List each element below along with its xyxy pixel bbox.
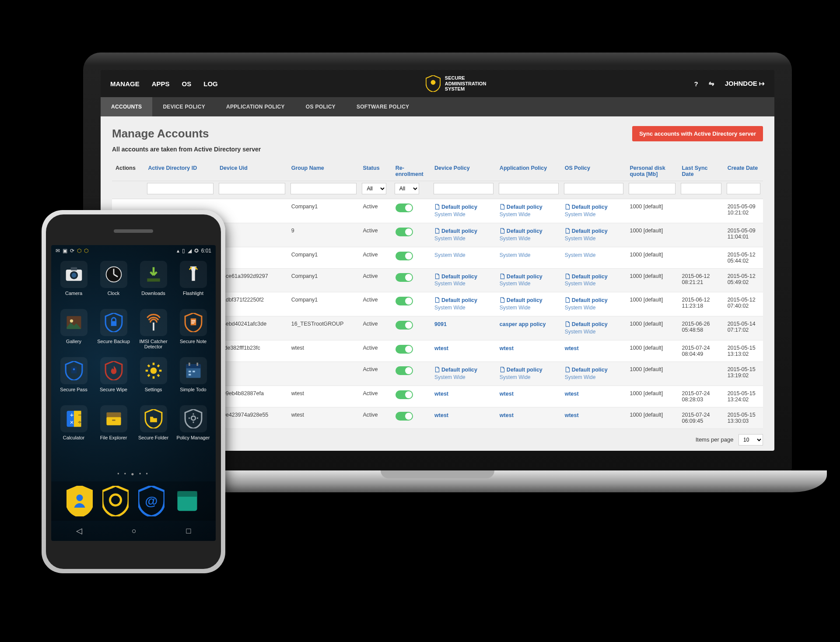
toggle-switch[interactable]: [396, 228, 413, 236]
dock-icon-1[interactable]: [66, 488, 93, 514]
col-reenroll[interactable]: Re-enrollment: [392, 161, 431, 181]
cell-reenroll[interactable]: [392, 361, 431, 386]
share-icon[interactable]: ⇋: [709, 80, 714, 88]
toggle-switch[interactable]: [396, 390, 413, 399]
col-devpolicy[interactable]: Device Policy: [431, 161, 496, 181]
cell-ospolicy[interactable]: Default policySystem Wide: [561, 316, 626, 340]
app-calc[interactable]: +−×÷Calculator: [55, 405, 93, 451]
cell-apppolicy[interactable]: wtest: [496, 340, 561, 361]
col-device[interactable]: Device Uid: [216, 161, 288, 181]
tab-app-policy[interactable]: APPLICATION POLICY: [216, 97, 295, 116]
app-gallery[interactable]: Gallery: [55, 309, 93, 354]
filter-adid[interactable]: [147, 183, 214, 194]
cell-apppolicy[interactable]: Default policySystem Wide: [496, 292, 561, 316]
cell-devpolicy[interactable]: Default policySystem Wide: [431, 361, 496, 386]
cell-reenroll[interactable]: [392, 316, 431, 340]
app-camera[interactable]: Camera: [55, 261, 93, 306]
cell-devpolicy[interactable]: wtest: [431, 340, 496, 361]
app-antenna[interactable]: IMSI Catcher Detector: [134, 309, 172, 354]
cell-apppolicy[interactable]: Default policySystem Wide: [496, 223, 561, 247]
cell-ospolicy[interactable]: Default policySystem Wide: [561, 199, 626, 223]
toggle-switch[interactable]: [396, 321, 413, 330]
app-gear[interactable]: Settings: [134, 357, 172, 403]
app-flashlight[interactable]: Flashlight: [174, 261, 212, 306]
cell-apppolicy[interactable]: wtest: [496, 407, 561, 428]
filter-device[interactable]: [219, 183, 285, 194]
cell-reenroll[interactable]: [392, 223, 431, 247]
cell-ospolicy[interactable]: wtest: [561, 386, 626, 407]
cell-devpolicy[interactable]: System Wide: [431, 247, 496, 268]
cell-ospolicy[interactable]: System Wide: [561, 247, 626, 268]
app-clock[interactable]: Clock: [94, 261, 133, 306]
sync-button[interactable]: Sync accounts with Active Directory serv…: [632, 126, 763, 141]
back-key[interactable]: ◁: [76, 526, 82, 536]
col-ospolicy[interactable]: OS Policy: [561, 161, 626, 181]
app-shield-key[interactable]: Secure Pass: [55, 357, 93, 403]
filter-reenroll[interactable]: All: [395, 183, 419, 194]
cell-reenroll[interactable]: [392, 292, 431, 316]
cell-apppolicy[interactable]: wtest: [496, 386, 561, 407]
tab-device-policy[interactable]: DEVICE POLICY: [152, 97, 216, 116]
nav-log[interactable]: LOG: [203, 80, 218, 88]
dock-icon-4[interactable]: [174, 488, 200, 514]
col-apppolicy[interactable]: Application Policy: [496, 161, 561, 181]
toggle-switch[interactable]: [396, 412, 413, 421]
col-adid[interactable]: Active Directory ID: [144, 161, 216, 181]
cell-ospolicy[interactable]: Default policySystem Wide: [561, 292, 626, 316]
toggle-switch[interactable]: [396, 345, 413, 354]
cell-apppolicy[interactable]: Default policySystem Wide: [496, 268, 561, 292]
cell-ospolicy[interactable]: Default policySystem Wide: [561, 361, 626, 386]
toggle-switch[interactable]: [396, 297, 413, 305]
app-calendar[interactable]: Simple Todo: [174, 357, 212, 403]
col-created[interactable]: Create Date: [724, 161, 763, 181]
app-drawer[interactable]: File Explorer: [94, 405, 133, 451]
tab-os-policy[interactable]: OS POLICY: [295, 97, 346, 116]
user-menu[interactable]: JOHNDOE ↦: [725, 80, 765, 88]
help-icon[interactable]: ?: [694, 80, 698, 88]
app-shield-lock[interactable]: Secure Backup: [94, 309, 133, 354]
dock-icon-3[interactable]: @: [138, 488, 164, 514]
cell-apppolicy[interactable]: casper app policy: [496, 316, 561, 340]
cell-devpolicy[interactable]: wtest: [431, 386, 496, 407]
toggle-switch[interactable]: [396, 273, 413, 282]
filter-apppolicy[interactable]: [499, 183, 559, 194]
filter-devpolicy[interactable]: [434, 183, 494, 194]
cell-ospolicy[interactable]: wtest: [561, 407, 626, 428]
col-status[interactable]: Status: [359, 161, 392, 181]
app-shield-fire[interactable]: Secure Wipe: [94, 357, 133, 403]
filter-group[interactable]: [290, 183, 357, 194]
col-quota[interactable]: Personal disk quota [Mb]: [626, 161, 678, 181]
cell-reenroll[interactable]: [392, 199, 431, 223]
logout-icon[interactable]: ↦: [759, 80, 765, 87]
toggle-switch[interactable]: [396, 366, 413, 375]
cell-reenroll[interactable]: [392, 386, 431, 407]
dock-icon-2[interactable]: [102, 488, 129, 514]
cell-devpolicy[interactable]: 9091: [431, 316, 496, 340]
cell-apppolicy[interactable]: Default policySystem Wide: [496, 199, 561, 223]
toggle-switch[interactable]: [396, 203, 413, 212]
app-shield-folder[interactable]: Secure Folder: [134, 405, 172, 451]
cell-ospolicy[interactable]: wtest: [561, 340, 626, 361]
nav-os[interactable]: OS: [182, 80, 192, 88]
nav-apps[interactable]: APPS: [152, 80, 170, 88]
cell-devpolicy[interactable]: Default policySystem Wide: [431, 223, 496, 247]
cell-devpolicy[interactable]: Default policySystem Wide: [431, 268, 496, 292]
cell-reenroll[interactable]: [392, 268, 431, 292]
filter-status[interactable]: All: [362, 183, 386, 194]
cell-reenroll[interactable]: [392, 340, 431, 361]
filter-quota[interactable]: [629, 183, 676, 194]
cell-devpolicy[interactable]: Default policySystem Wide: [431, 292, 496, 316]
cell-reenroll[interactable]: [392, 247, 431, 268]
cell-ospolicy[interactable]: Default policySystem Wide: [561, 223, 626, 247]
toggle-switch[interactable]: [396, 252, 413, 260]
cell-apppolicy[interactable]: Default policySystem Wide: [496, 361, 561, 386]
cell-apppolicy[interactable]: System Wide: [496, 247, 561, 268]
filter-created[interactable]: [727, 183, 760, 194]
filter-sync[interactable]: [681, 183, 721, 194]
filter-ospolicy[interactable]: [564, 183, 624, 194]
cell-devpolicy[interactable]: Default policySystem Wide: [431, 199, 496, 223]
col-group[interactable]: Group Name: [288, 161, 360, 181]
cell-devpolicy[interactable]: wtest: [431, 407, 496, 428]
nav-manage[interactable]: MANAGE: [110, 80, 140, 88]
ipp-select[interactable]: 10: [738, 434, 763, 446]
